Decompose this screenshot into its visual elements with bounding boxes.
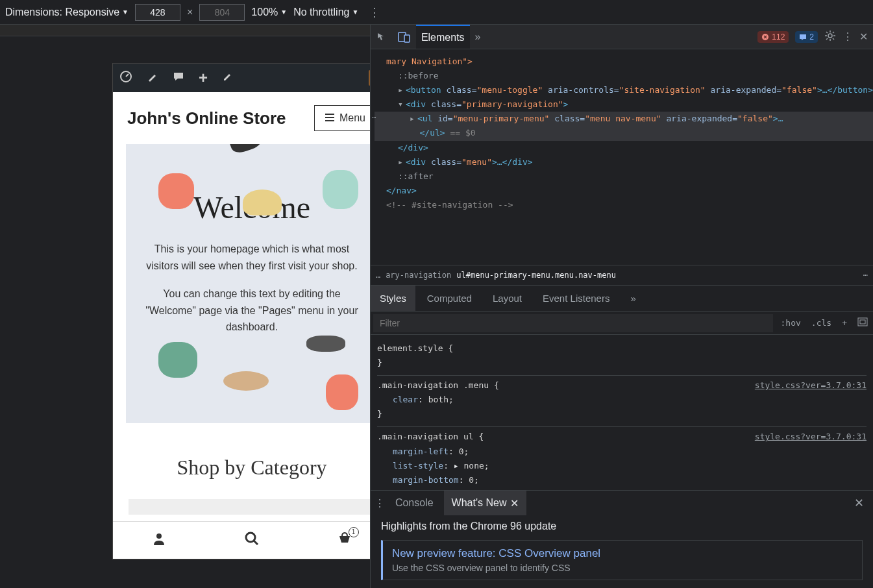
hamburger-icon [325,112,334,124]
expand-icon[interactable]: ▸ [398,155,406,169]
message-count[interactable]: 2 [795,31,818,43]
menu-button[interactable]: Menu [314,105,370,131]
crumb-ellipsis[interactable]: ⋯ [863,271,868,280]
chevron-down-icon: ▼ [122,8,129,16]
search-icon[interactable] [244,531,260,550]
source-link[interactable]: style.css?ver=3.7.0:31 [755,378,867,393]
dimensions-dropdown[interactable]: Dimensions: Responsive ▼ [5,6,129,18]
tab-console[interactable]: Console [387,491,441,515]
ruler [0,25,370,36]
hero-section: Welcome This is your homepage which is w… [126,144,370,423]
svg-rect-22 [860,320,865,324]
cart-icon[interactable]: 1 [337,531,352,550]
styles-filter-row: :hov .cls + [371,312,873,335]
style-rule[interactable]: element.style { } [377,339,867,376]
dimension-separator: × [187,6,193,18]
drawer-tabs: ⋮ Console What's New ✕ ✕ [371,491,873,515]
svg-rect-9 [404,35,410,42]
tab-layout[interactable]: Layout [484,286,531,311]
device-viewport: + John's Online Store Menu [0,25,370,588]
svg-line-17 [826,32,828,33]
collapse-icon[interactable]: ▾ [398,97,406,112]
height-input[interactable] [199,4,245,21]
comment-icon[interactable] [173,71,184,86]
cls-toggle[interactable]: .cls [806,318,837,328]
drawer-headline: Highlights from the Chrome 96 update [381,521,863,532]
crumb-ellipsis[interactable]: … [376,271,380,280]
svg-point-5 [156,533,162,539]
dom-tree[interactable]: mary Navigation"> ::before ▸<button clas… [371,49,873,265]
breadcrumb[interactable]: … ary-navigation ul#menu-primary-menu.me… [371,265,873,286]
styles-body[interactable]: element.style { } style.css?ver=3.7.0:31… [371,335,873,490]
dimensions-label: Dimensions: Responsive [5,6,119,18]
more-tabs-icon[interactable]: » [470,25,486,49]
source-link[interactable]: style.css?ver=3.7.0:31 [755,430,867,444]
hero-text-1: This is your homepage which is what most… [145,241,358,274]
svg-rect-11 [800,34,806,39]
svg-point-6 [246,533,255,542]
close-icon[interactable]: ✕ [859,31,868,43]
zoom-label: 100% [251,6,278,18]
style-rule[interactable]: style.css?ver=3.7.0:31 .main-navigation … [377,427,867,490]
avatar[interactable] [369,70,370,86]
box-model-icon[interactable] [852,317,873,328]
devtools-tabs: Elements » 112 2 ⋮ ✕ [371,25,873,49]
svg-line-20 [833,32,834,33]
svg-line-19 [826,38,828,40]
tab-event-listeners[interactable]: Event Listeners [534,286,619,311]
feature-desc: Use the CSS overview panel to identify C… [392,563,853,573]
account-icon[interactable] [151,531,167,550]
wp-admin-bar: + [113,64,370,92]
svg-point-12 [828,34,832,38]
footer-nav: 1 [113,521,370,559]
svg-line-1 [126,74,129,77]
edit-icon[interactable] [222,71,234,86]
width-input[interactable] [135,4,180,21]
category-block[interactable] [129,499,370,515]
svg-line-18 [833,38,834,40]
error-count[interactable]: 112 [757,31,789,43]
crumb-current[interactable]: #menu-primary-menu.menu.nav-menu [466,271,616,280]
throttling-label: No throttling [293,6,349,18]
dashboard-icon[interactable] [119,70,132,86]
chevron-down-icon: ▼ [280,8,287,16]
filter-input[interactable] [373,314,773,332]
close-icon[interactable]: ✕ [849,496,869,510]
site-title[interactable]: John's Online Store [127,108,286,129]
menu-label: Menu [339,112,365,124]
crumb-parent[interactable]: ary-navigation [386,271,451,280]
styles-tabs: Styles Computed Layout Event Listeners » [371,286,873,312]
svg-rect-21 [858,318,867,326]
expand-icon[interactable]: ▸ [410,112,417,126]
inspect-icon[interactable] [371,25,393,49]
feature-card[interactable]: New preview feature: CSS Overview panel … [381,540,863,580]
customize-icon[interactable] [147,71,158,86]
rendered-page: + John's Online Store Menu [113,64,370,559]
more-options-icon[interactable]: ⋮ [365,5,384,19]
add-icon[interactable]: + [199,69,208,87]
selected-dom-node[interactable]: ▸<ul id="menu-primary-menu" class="menu … [375,112,873,140]
throttling-dropdown[interactable]: No throttling ▼ [293,6,358,18]
feature-title[interactable]: New preview feature: CSS Overview panel [392,547,853,560]
style-rule[interactable]: style.css?ver=3.7.0:31 .main-navigation … [377,376,867,427]
site-header: John's Online Store Menu [113,92,370,144]
zoom-dropdown[interactable]: 100% ▼ [251,6,287,18]
close-icon[interactable]: ✕ [510,497,519,509]
device-toolbar: Dimensions: Responsive ▼ × 100% ▼ No thr… [0,0,873,25]
hov-toggle[interactable]: :hov [776,318,806,328]
new-rule-icon[interactable]: + [837,318,852,328]
device-toggle-icon[interactable] [393,25,416,49]
tab-whats-new[interactable]: What's New ✕ [444,491,527,515]
tab-elements[interactable]: Elements [416,25,470,49]
tab-styles[interactable]: Styles [371,286,415,311]
svg-line-7 [254,541,258,545]
main-row: + John's Online Store Menu [0,25,873,588]
expand-icon[interactable]: ▸ [398,83,406,97]
kebab-icon[interactable]: ⋮ [375,497,385,509]
kebab-icon[interactable]: ⋮ [842,31,853,43]
gear-icon[interactable] [824,30,836,44]
tab-computed[interactable]: Computed [418,286,481,311]
devtools-panel: Elements » 112 2 ⋮ ✕ mary Navigation"> [370,25,873,588]
shop-by-category-heading: Shop by Category [113,456,370,480]
more-tabs-icon[interactable]: » [621,286,645,311]
